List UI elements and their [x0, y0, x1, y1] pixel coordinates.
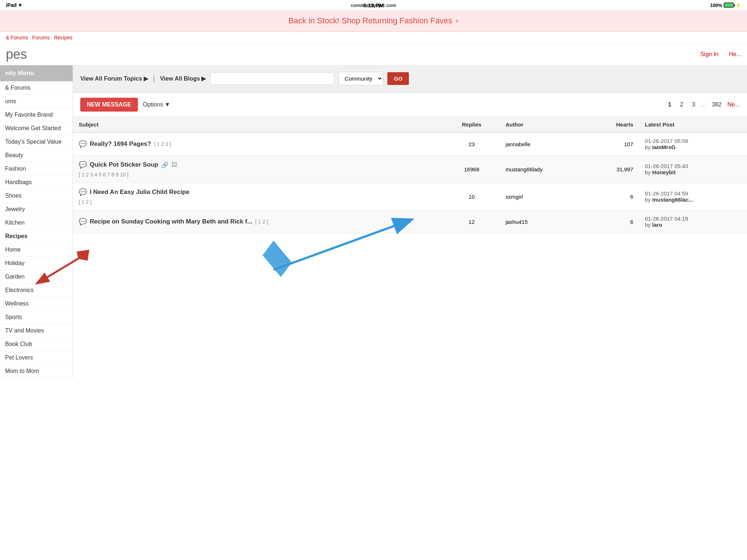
action-bar: NEW MESSAGE Options ▼ 1 2 3 ... 382 Ne..… [73, 93, 747, 117]
sidebar-item-jewelry[interactable]: Jewelry [0, 203, 73, 216]
breadcrumb: & Forums : Forums : Recipes [0, 32, 747, 44]
sidebar-item-sports[interactable]: Sports [0, 311, 73, 324]
sidebar-item-kitchen[interactable]: Kitchen [0, 216, 73, 230]
sidebar-item-my-favorite-brand[interactable]: My Favorite Brand [0, 108, 73, 122]
latest-cell: 01-26-2017 05:43by Honeybit [639, 156, 747, 183]
author-cell: sxmgirl [500, 183, 588, 210]
table-row: 💬 I Need An Easy Julia Child Recipe [ 1 … [73, 183, 747, 210]
status-left: iPad ✦ [6, 2, 22, 8]
hearts-cell: 6 [587, 210, 639, 233]
hearts-cell: 6 [587, 183, 639, 210]
page-3[interactable]: 3 [689, 100, 698, 109]
lightning-icon: ⚡ [735, 3, 741, 8]
main-content: View All Forum Topics ▶ | View All Blogs… [73, 65, 747, 378]
pagination: 1 2 3 ... 382 Ne... [665, 100, 740, 109]
sidebar-item-handbags[interactable]: Handbags [0, 176, 73, 189]
help-link[interactable]: He... [729, 51, 741, 58]
view-all-blogs-label: View All Blogs [160, 75, 200, 82]
sidebar-item-fashion[interactable]: Fashion [0, 162, 73, 176]
replies-cell: 12 [444, 210, 500, 233]
latest-cell: 01-26-2017 04:59by mustang66lac... [639, 183, 747, 210]
replies-cell: 10 [444, 183, 500, 210]
sidebar-item-mom[interactable]: Mom to Mom [0, 365, 73, 378]
sidebar-item-recipes[interactable]: Recipes [0, 230, 73, 243]
latest-user[interactable]: laro [652, 222, 662, 228]
search-toolbar: View All Forum Topics ▶ | View All Blogs… [73, 65, 747, 93]
page-next[interactable]: Ne... [727, 101, 740, 108]
latest-post-header: Latest Post [639, 117, 747, 132]
image-icon: 🖼 [171, 162, 177, 168]
latest-cell: 01-26-2017 04:19by laro [639, 210, 747, 233]
subject-title[interactable]: Really? 1694 Pages? [90, 140, 151, 148]
table-row: 💬 Quick Pot Sticker Soup 🔗 🖼 [ 1 2 3 4 5… [73, 156, 747, 183]
subject-cell: 💬 I Need An Easy Julia Child Recipe [ 1 … [73, 183, 444, 210]
forum-arrow-icon: ▶ [144, 75, 148, 82]
sidebar-item-book-club[interactable]: Book Club [0, 338, 73, 351]
hearts-header: Hearts [587, 117, 639, 132]
sidebar-title: nity Menu [0, 65, 73, 81]
sidebar-item-shoes[interactable]: Shoes [0, 189, 73, 203]
subject-cell: 💬 Recipe on Sunday Cooking with Mary Bet… [73, 210, 444, 233]
new-message-button[interactable]: NEW MESSAGE [80, 98, 138, 112]
chat-icon: 💬 [79, 218, 87, 226]
sign-in-link[interactable]: Sign In [700, 51, 719, 58]
replies-cell: 23 [444, 132, 500, 156]
toolbar-links: View All Forum Topics ▶ | View All Blogs… [80, 74, 206, 83]
page-total[interactable]: 382 [709, 100, 725, 109]
breadcrumb-forums[interactable]: & Forums [6, 35, 28, 40]
table-row: 💬 Recipe on Sunday Cooking with Mary Bet… [73, 210, 747, 233]
latest-user[interactable]: Honeybit [652, 169, 676, 175]
sidebar-item-electronics[interactable]: Electronics [0, 284, 73, 297]
chat-icon: 💬 [79, 140, 87, 148]
search-select[interactable]: Community [338, 72, 383, 85]
status-right: 100% ⚡ [710, 3, 741, 8]
sidebar-item-ums[interactable]: ums [0, 95, 73, 108]
hearts-cell: 107 [587, 132, 639, 156]
page-2[interactable]: 2 [677, 100, 686, 109]
latest-user[interactable]: mustang66lac... [652, 197, 693, 203]
options-label: Options [143, 101, 163, 108]
author-cell: mustang66lady [500, 156, 588, 183]
subject-header: Subject [73, 117, 444, 132]
subject-cell: 💬 Quick Pot Sticker Soup 🔗 🖼 [ 1 2 3 4 5… [73, 156, 444, 183]
subject-title[interactable]: Recipe on Sunday Cooking with Mary Beth … [90, 218, 252, 225]
sidebar-item-tv[interactable]: TV and Movies [0, 324, 73, 338]
author-cell: jannabelle [500, 132, 588, 156]
view-all-forum-topics-link[interactable]: View All Forum Topics ▶ [80, 75, 148, 82]
sidebar-item-beauty[interactable]: Beauty [0, 149, 73, 162]
layout: nity Menu & Forums ums My Favorite Brand… [0, 65, 747, 378]
options-button[interactable]: Options ▼ [143, 101, 170, 108]
battery-percent: 100% [710, 3, 722, 8]
view-all-blogs-link[interactable]: View All Blogs ▶ [160, 75, 206, 82]
page-title: pes [6, 47, 27, 62]
sidebar-item-forums[interactable]: & Forums [0, 81, 73, 95]
top-banner[interactable]: Back in Stock! Shop Returning Fashion Fa… [0, 10, 747, 32]
sidebar-item-garden[interactable]: Garden [0, 270, 73, 284]
replies-cell: 16968 [444, 156, 500, 183]
battery-icon [724, 3, 734, 8]
blogs-arrow-icon: ▶ [201, 75, 206, 82]
replies-header: Replies [444, 117, 500, 132]
author-cell: jashu415 [500, 210, 588, 233]
latest-user[interactable]: IamMrsG [652, 144, 676, 150]
subject-pages-bottom: [ 1 2 ] [79, 199, 438, 205]
page-1[interactable]: 1 [665, 100, 674, 109]
sidebar-item-tsv[interactable]: Today's Special Value [0, 135, 73, 149]
banner-chevron: › [456, 16, 458, 25]
chat-icon: 💬 [79, 161, 87, 169]
subject-title[interactable]: I Need An Easy Julia Child Recipe [90, 188, 189, 196]
main-header: pes Sign In · He... [0, 44, 747, 65]
subject-pages: [ 1 2 ] [255, 219, 268, 225]
sidebar-item-welcome[interactable]: Welcome Get Started [0, 122, 73, 135]
sidebar-item-wellness[interactable]: Wellness [0, 297, 73, 311]
search-input[interactable] [210, 72, 334, 85]
sidebar-item-pet-lovers[interactable]: Pet Lovers [0, 351, 73, 365]
go-button[interactable]: GO [387, 72, 409, 85]
sidebar-item-home[interactable]: Home [0, 243, 73, 257]
subject-pages-bottom: [ 1 2 3 4 5 6 7 8 9 10 ] [79, 172, 438, 178]
sidebar-item-holiday[interactable]: Holiday [0, 257, 73, 270]
breadcrumb-forums2[interactable]: Forums [32, 35, 50, 40]
page-ellipsis: ... [701, 101, 706, 108]
table-header-row: Subject Replies Author Hearts Latest Pos… [73, 117, 747, 132]
subject-title[interactable]: Quick Pot Sticker Soup [90, 161, 158, 168]
